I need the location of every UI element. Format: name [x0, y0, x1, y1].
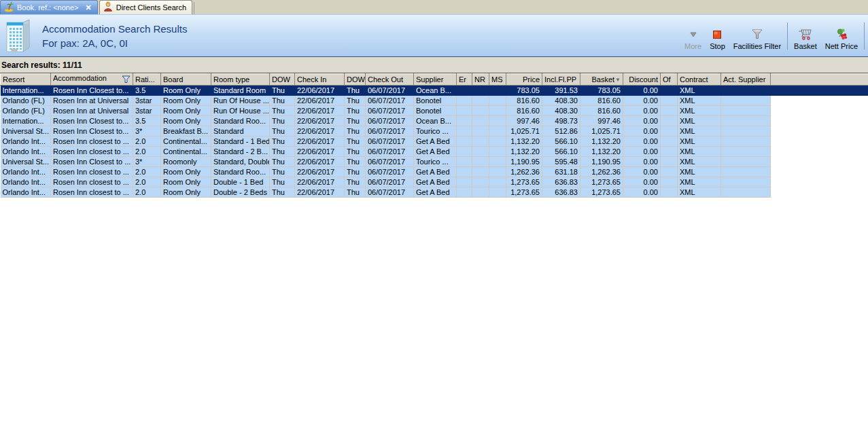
nett-price-button[interactable]: Nett Price: [821, 20, 862, 52]
cell-rati: 2.0: [133, 167, 161, 177]
table-row-4[interactable]: Internation...Rosen Inn Closest to...3.5…: [1, 116, 868, 126]
column-header-label: MS: [491, 75, 503, 84]
column-header-basket[interactable]: Basket▼: [580, 74, 623, 86]
cell-discount: 0.00: [623, 126, 661, 137]
column-header-dow[interactable]: DOW: [345, 74, 366, 86]
cell-resort: Internation...: [1, 116, 51, 126]
close-icon[interactable]: ✕: [86, 4, 92, 12]
column-header-er[interactable]: Er: [457, 74, 472, 86]
column-header-room-type[interactable]: Room type: [211, 74, 270, 86]
cell-filler: [771, 157, 868, 167]
column-header-label: Check In: [297, 75, 326, 84]
toolbar: More Stop Facilities Fil: [680, 18, 868, 54]
column-header-of[interactable]: Of: [661, 74, 678, 86]
cell-supplier: Ocean B...: [414, 116, 457, 126]
cell-filler: [771, 147, 868, 157]
nett-price-label: Nett Price: [825, 42, 858, 50]
column-header-discount[interactable]: Discount: [623, 74, 661, 86]
cell-resort: Universal St...: [1, 157, 51, 167]
table-row-10[interactable]: Orlando Int...Rosen Inn closest to ...2.…: [1, 177, 868, 187]
stop-button[interactable]: Stop: [706, 20, 729, 52]
cell-dow: Thu: [270, 86, 295, 96]
column-header-ms[interactable]: MS: [489, 74, 506, 86]
column-header-accommodation[interactable]: Accommodation: [51, 74, 133, 86]
table-row-11[interactable]: Orlando Int...Rosen Inn closest to ...2.…: [1, 187, 868, 198]
column-header-supplier[interactable]: Supplier: [414, 74, 457, 86]
column-header-price[interactable]: Price: [506, 74, 542, 86]
cell-room-type: Standard Room: [211, 86, 270, 96]
cell-act-supplier: [721, 137, 771, 147]
facilities-filter-label: Facilities Filter: [733, 42, 781, 50]
cell-incl-fl-pp: 566.10: [542, 137, 580, 147]
table-row-6[interactable]: Orlando Int...Rosen Inn closest to ...2.…: [1, 137, 868, 147]
cell-filler: [771, 167, 868, 177]
cell-accommodation: Rosen Inn Closest to...: [51, 116, 133, 126]
column-header-label: Contract: [680, 75, 708, 84]
table-row-5[interactable]: Universal St...Rosen Inn Closest to...3*…: [1, 126, 868, 137]
cell-check-in: 22/06/2017: [295, 177, 345, 187]
table-row-2[interactable]: Orlando (FL)Rosen Inn at Universal3starR…: [1, 96, 868, 106]
column-header-filler: [771, 74, 868, 86]
cell-accommodation: Rosen Inn at Universal: [51, 106, 133, 116]
cell-dow: Thu: [345, 96, 366, 106]
table-row-1[interactable]: Internation...Rosen Inn Closest to...3.5…: [1, 86, 868, 96]
table-row-3[interactable]: Orlando (FL)Rosen Inn at Universal3starR…: [1, 106, 868, 116]
column-header-check-in[interactable]: Check In: [295, 74, 345, 86]
cell-supplier: Bonotel: [414, 96, 457, 106]
cell-dow: Thu: [345, 137, 366, 147]
cell-ms: [489, 137, 506, 147]
cell-ms: [489, 126, 506, 137]
column-header-label: Check Out: [368, 75, 403, 84]
tab-direct-clients-search[interactable]: Direct Clients Search: [99, 0, 192, 14]
table-row-8[interactable]: Universal St...Rosen Inn Closest to ...3…: [1, 157, 868, 167]
more-button[interactable]: More: [680, 20, 706, 52]
cell-room-type: Double - 1 Bed: [211, 177, 270, 187]
cell-check-out: 06/07/2017: [366, 187, 414, 198]
cell-dow: Thu: [345, 167, 366, 177]
cell-basket: 816.60: [580, 106, 623, 116]
cell-dow: Thu: [270, 177, 295, 187]
filter-funnel-icon[interactable]: [122, 75, 131, 85]
table-row-9[interactable]: Orlando Int...Rosen Inn closest to ...2.…: [1, 167, 868, 177]
tab-booking-ref[interactable]: Book. ref.: <none> ✕: [0, 0, 98, 14]
cell-price: 816.60: [506, 106, 542, 116]
cell-filler: [771, 86, 868, 96]
cell-board: Roomonly: [161, 157, 211, 167]
cell-dow: Thu: [270, 157, 295, 167]
tabstrip-divider: [194, 2, 194, 14]
cell-check-in: 22/06/2017: [295, 86, 345, 96]
cell-act-supplier: [721, 126, 771, 137]
column-header-dow[interactable]: DOW: [270, 74, 295, 86]
cell-filler: [771, 177, 868, 187]
cell-check-out: 06/07/2017: [366, 86, 414, 96]
cell-basket: 1,132.20: [580, 147, 623, 157]
cell-rati: 3.5: [133, 116, 161, 126]
column-header-label: Resort: [3, 75, 24, 84]
column-header-nr[interactable]: NR: [472, 74, 489, 86]
column-header-rati[interactable]: Rati...: [133, 74, 161, 86]
cell-filler: [771, 187, 868, 198]
cell-er: [457, 167, 472, 177]
column-header-incl-fl-pp[interactable]: Incl.Fl.PP: [542, 74, 580, 86]
column-header-contract[interactable]: Contract: [678, 74, 721, 86]
toolbar-separator: [787, 22, 788, 50]
table-row-7[interactable]: Orlando Int...Rosen Inn closest to ...2.…: [1, 147, 868, 157]
column-header-resort[interactable]: Resort: [1, 74, 51, 86]
basket-button[interactable]: Basket: [790, 20, 821, 52]
cell-dow: Thu: [270, 187, 295, 198]
column-header-board[interactable]: Board: [161, 74, 211, 86]
facilities-filter-button[interactable]: Facilities Filter: [729, 20, 785, 52]
cell-dow: Thu: [345, 147, 366, 157]
cell-discount: 0.00: [623, 86, 661, 96]
cell-of: [661, 106, 678, 116]
cell-room-type: Run Of House ...: [211, 96, 270, 106]
cell-price: 816.60: [506, 96, 542, 106]
cell-of: [661, 86, 678, 96]
cell-board: Continental...: [161, 137, 211, 147]
cell-price: 1,273.65: [506, 187, 542, 198]
column-header-label: NR: [474, 75, 485, 84]
cell-nr: [472, 86, 489, 96]
cell-of: [661, 116, 678, 126]
column-header-act-supplier[interactable]: Act. Supplier: [721, 74, 771, 86]
column-header-check-out[interactable]: Check Out: [366, 74, 414, 86]
